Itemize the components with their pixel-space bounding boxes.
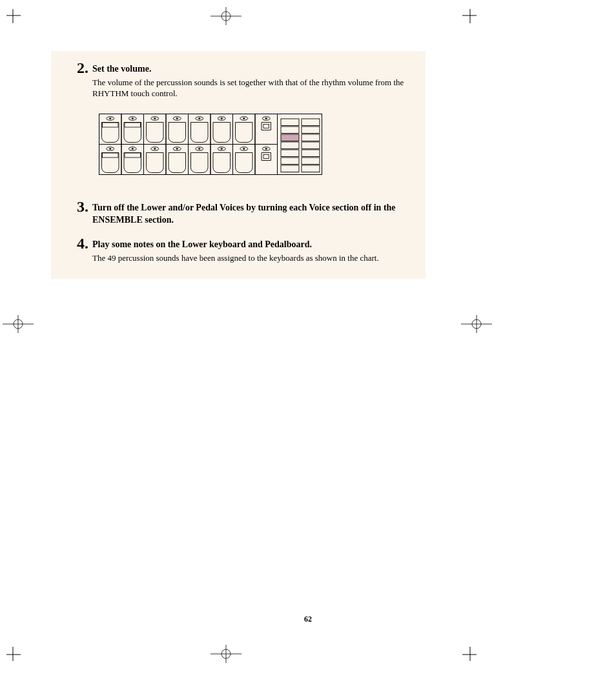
svg-rect-81 bbox=[281, 158, 299, 165]
step-4: 4. Play some notes on the Lower keyboard… bbox=[70, 236, 406, 263]
step-heading: Turn off the Lower and/or Pedal Voices b… bbox=[92, 202, 406, 227]
step-heading: Set the volume. bbox=[92, 63, 406, 76]
svg-point-68 bbox=[221, 148, 223, 149]
svg-rect-83 bbox=[302, 119, 320, 126]
svg-rect-77 bbox=[281, 127, 299, 134]
step-number: 4. bbox=[70, 236, 92, 251]
step-2: 2. Set the volume. The volume of the per… bbox=[70, 60, 406, 99]
svg-point-28 bbox=[132, 117, 134, 119]
svg-point-35 bbox=[176, 117, 178, 119]
step-heading: Play some notes on the Lower keyboard an… bbox=[92, 239, 406, 251]
svg-point-74 bbox=[265, 148, 267, 149]
svg-point-44 bbox=[243, 117, 245, 119]
svg-point-41 bbox=[221, 117, 223, 119]
svg-rect-89 bbox=[302, 165, 320, 172]
step-description: The 49 percussion sounds have been assig… bbox=[92, 252, 406, 264]
svg-point-38 bbox=[198, 117, 200, 119]
svg-point-62 bbox=[176, 148, 178, 149]
svg-point-51 bbox=[109, 148, 111, 149]
svg-rect-82 bbox=[281, 165, 299, 172]
svg-rect-75 bbox=[263, 154, 269, 158]
svg-rect-56 bbox=[125, 153, 141, 158]
svg-rect-78 bbox=[281, 134, 299, 141]
svg-rect-85 bbox=[302, 134, 320, 141]
svg-rect-80 bbox=[281, 150, 299, 157]
svg-rect-88 bbox=[302, 158, 320, 165]
svg-point-59 bbox=[154, 148, 156, 149]
crop-mark-top-left bbox=[6, 9, 30, 32]
svg-rect-25 bbox=[103, 123, 119, 127]
step-description: The volume of the percussion sounds is s… bbox=[92, 77, 406, 99]
svg-point-71 bbox=[243, 148, 245, 149]
svg-rect-52 bbox=[103, 153, 119, 158]
svg-rect-84 bbox=[302, 127, 320, 134]
svg-rect-86 bbox=[302, 142, 320, 149]
content-box: 2. Set the volume. The volume of the per… bbox=[51, 51, 426, 279]
svg-rect-87 bbox=[302, 150, 320, 157]
page-number: 62 bbox=[0, 615, 616, 624]
step-number: 2. bbox=[70, 60, 92, 76]
svg-point-32 bbox=[154, 117, 156, 119]
step-number: 3. bbox=[70, 199, 92, 214]
svg-point-24 bbox=[109, 117, 111, 119]
crop-mark-bottom-left bbox=[6, 638, 30, 661]
svg-point-47 bbox=[265, 117, 267, 119]
panel-diagram bbox=[99, 114, 406, 178]
svg-rect-79 bbox=[281, 142, 299, 149]
registration-mark-right bbox=[461, 314, 492, 334]
svg-rect-29 bbox=[125, 123, 141, 127]
svg-point-65 bbox=[198, 148, 200, 149]
registration-mark-left bbox=[3, 314, 34, 334]
svg-point-55 bbox=[132, 148, 134, 149]
step-3: 3. Turn off the Lower and/or Pedal Voice… bbox=[70, 199, 406, 228]
crop-mark-bottom-right bbox=[453, 638, 477, 661]
svg-rect-48 bbox=[263, 124, 269, 128]
registration-mark-bottom bbox=[210, 644, 241, 664]
svg-rect-76 bbox=[281, 119, 299, 126]
crop-mark-top-right bbox=[453, 9, 477, 32]
registration-mark-top bbox=[210, 6, 241, 26]
